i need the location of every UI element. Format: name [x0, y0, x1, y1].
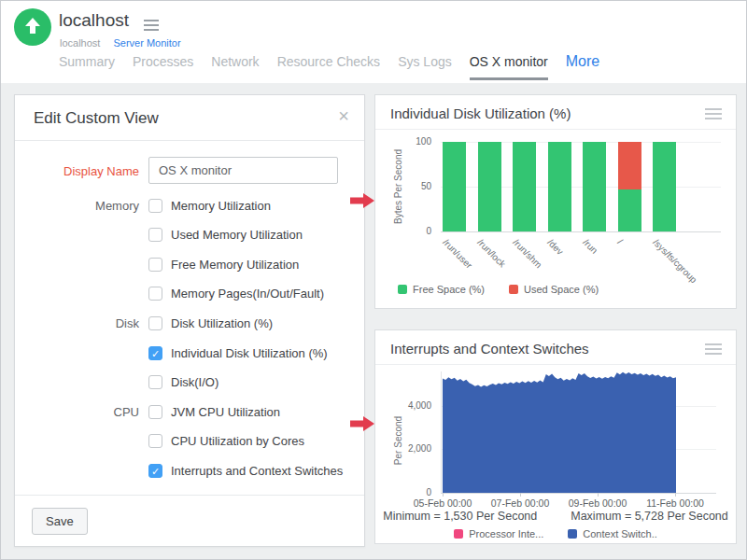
- checkbox-disk-i-o[interactable]: [148, 375, 162, 389]
- page-title: localhost: [59, 10, 129, 31]
- bar-dev: [548, 142, 571, 231]
- breadcrumb: localhostServer Monitor: [60, 37, 181, 49]
- metric-row: Memory Pages(In/Out/Fault): [15, 287, 324, 301]
- y-tick-label: 0: [400, 487, 431, 497]
- tab-processes[interactable]: Processes: [133, 54, 193, 77]
- metric-row: DiskDisk Utilization (%): [15, 315, 273, 330]
- legend-label: Processor Inte...: [469, 528, 543, 539]
- checkbox-jvm-cpu-utilization[interactable]: [148, 405, 162, 419]
- bar-sys-fs-cgroup: [653, 142, 676, 231]
- group-label-cpu: CPU: [15, 405, 139, 419]
- checkbox-interrupts-and-context-switches[interactable]: ✓: [148, 464, 162, 478]
- legend-item-context-switch[interactable]: Context Switch..: [568, 528, 656, 539]
- metric-row: CPU Utilization by Cores: [15, 434, 304, 449]
- bar-run-lock: [478, 142, 501, 231]
- chart-menu-icon[interactable]: [705, 343, 722, 357]
- x-tick-mark: [520, 493, 521, 497]
- bar-segment-used: [618, 142, 641, 189]
- legend-label: Context Switch..: [583, 528, 656, 539]
- checkbox-individual-disk-utilization[interactable]: ✓: [148, 346, 162, 360]
- close-icon[interactable]: ×: [338, 106, 349, 125]
- tab-network[interactable]: Network: [211, 54, 259, 77]
- hamburger-menu-icon[interactable]: [144, 20, 159, 34]
- legend-item-free-space[interactable]: Free Space (%): [398, 284, 485, 295]
- page-header: localhost localhostServer Monitor Summar…: [1, 1, 746, 83]
- save-button[interactable]: Save: [32, 508, 88, 535]
- y-tick-label: 2,000: [400, 443, 431, 454]
- area-series-context-switches: [441, 362, 716, 493]
- app-window: localhost localhostServer Monitor Summar…: [0, 0, 747, 560]
- breadcrumb-link-server-monitor[interactable]: Server Monitor: [113, 37, 180, 49]
- x-axis-category-label: /: [615, 237, 625, 246]
- checkbox-label: Disk Utilization (%): [171, 316, 273, 330]
- tab-resource-checks[interactable]: Resource Checks: [277, 54, 381, 77]
- tab-sys-logs[interactable]: Sys Logs: [398, 54, 452, 77]
- checkbox-free-memory-utilization[interactable]: [148, 258, 162, 272]
- tab-bar: SummaryProcessesNetworkResource ChecksSy…: [59, 53, 599, 80]
- metric-row: ✓Interrupts and Context Switches: [15, 463, 343, 478]
- red-arrow-icon: [350, 192, 375, 209]
- legend-label: Used Space (%): [524, 284, 599, 295]
- x-axis-category-label: /run/lock: [475, 237, 508, 270]
- legend-item-processor-inte[interactable]: Processor Inte...: [454, 528, 543, 539]
- red-arrow-icon: [350, 415, 375, 432]
- legend-label: Free Space (%): [413, 284, 485, 295]
- bar-segment-free: [513, 142, 536, 231]
- checkbox-label: Used Memory Utilization: [171, 228, 303, 242]
- server-status-up-icon: [14, 8, 51, 46]
- display-name-input[interactable]: [148, 157, 338, 184]
- interrupts-context-chart-card: Interrupts and Context Switches Per Seco…: [374, 329, 737, 544]
- legend-swatch-icon: [568, 529, 577, 539]
- y-tick-label: 50: [400, 181, 431, 191]
- bar-run: [583, 142, 606, 231]
- x-tick-mark: [675, 493, 676, 497]
- x-axis-category-label: /sys/fs/cgroup: [651, 237, 698, 285]
- tab-summary[interactable]: Summary: [59, 54, 115, 77]
- tab-os-x-monitor[interactable]: OS X monitor: [470, 54, 548, 80]
- checkbox-memory-pages-in-out-fault[interactable]: [148, 287, 162, 301]
- x-tick-label: 09-Feb 00:00: [569, 497, 627, 509]
- tab-more[interactable]: More: [566, 53, 599, 78]
- x-tick-label: 11-Feb 00:00: [646, 497, 704, 509]
- y-tick-label: 0: [400, 226, 431, 236]
- bar-segment-free: [583, 142, 606, 231]
- checkbox-memory-utilization[interactable]: [148, 199, 162, 213]
- bar-segment-free: [618, 189, 641, 231]
- breadcrumb-host: localhost: [60, 37, 100, 49]
- dialog-header: Edit Custom View ×: [15, 95, 364, 141]
- edit-custom-view-dialog: Edit Custom View × Display Name MemoryMe…: [14, 94, 365, 547]
- bar-: [618, 142, 641, 231]
- chart-legend: Processor Inte...Context Switch..: [375, 528, 736, 539]
- checkbox-label: Interrupts and Context Switches: [171, 464, 343, 478]
- checkbox-used-memory-utilization[interactable]: [148, 228, 162, 242]
- legend-swatch-icon: [454, 529, 463, 539]
- chart-title: Interrupts and Context Switches: [390, 341, 589, 357]
- x-tick-mark: [443, 493, 444, 497]
- disk-utilization-chart-card: Individual Disk Utilization (%) Bytes Pe…: [374, 94, 737, 309]
- metric-row: ✓Individual Disk Utilization (%): [15, 345, 328, 360]
- metric-row: Free Memory Utilization: [15, 257, 299, 272]
- metric-row: Disk(I/O): [15, 375, 218, 390]
- x-axis-category-label: /run/user: [441, 237, 474, 271]
- x-tick-mark: [598, 493, 599, 497]
- bar-segment-free: [478, 142, 501, 231]
- x-tick-label: 05-Feb 00:00: [414, 497, 472, 509]
- checkbox-disk-utilization[interactable]: [148, 316, 162, 330]
- metric-row: CPUJVM CPU Utilization: [15, 404, 280, 419]
- y-axis-label: Per Second: [393, 416, 403, 465]
- chart-min-max-row: Minimum = 1,530 Per Second Maximum = 5,7…: [375, 510, 736, 523]
- checkbox-label: Memory Utilization: [171, 199, 271, 213]
- chart-menu-icon[interactable]: [705, 108, 722, 122]
- x-tick-label: 07-Feb 00:00: [491, 497, 549, 509]
- checkbox-cpu-utilization-by-cores[interactable]: [148, 434, 162, 448]
- bar-segment-free: [443, 142, 466, 231]
- x-axis-category-label: /dev: [545, 237, 565, 257]
- y-tick-label: 4,000: [400, 400, 431, 411]
- legend-item-used-space[interactable]: Used Space (%): [509, 284, 599, 295]
- checkbox-label: Individual Disk Utilization (%): [171, 346, 328, 360]
- dialog-footer: Save: [15, 495, 364, 546]
- chart-title: Individual Disk Utilization (%): [390, 105, 571, 121]
- display-name-label: Display Name: [15, 164, 139, 178]
- bar-run-user: [443, 142, 466, 231]
- x-axis-category-label: /run/shm: [511, 237, 543, 270]
